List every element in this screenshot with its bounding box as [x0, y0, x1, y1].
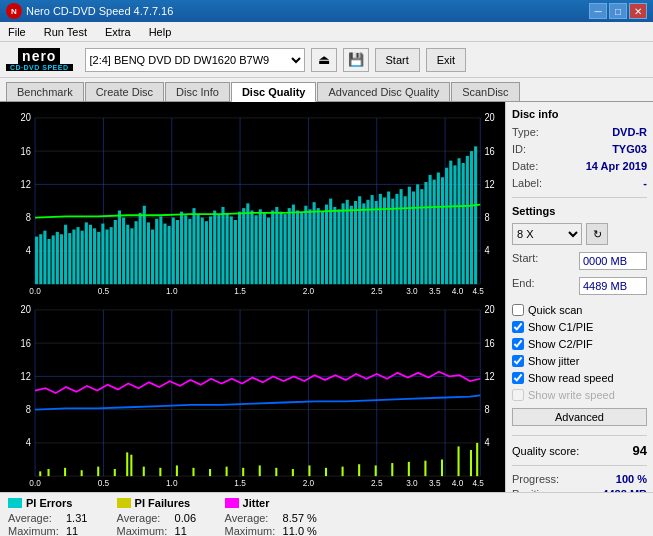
svg-rect-41 — [60, 234, 63, 284]
svg-text:8: 8 — [26, 212, 32, 224]
tab-disc-info[interactable]: Disc Info — [165, 82, 230, 101]
svg-rect-37 — [43, 231, 46, 284]
show-c2-row: Show C2/PIF — [512, 338, 647, 350]
maximize-button[interactable]: □ — [609, 3, 627, 19]
svg-rect-84 — [238, 212, 241, 284]
minimize-button[interactable]: ─ — [589, 3, 607, 19]
jitter-max-value: 11.0 % — [283, 525, 317, 536]
svg-rect-96 — [288, 208, 291, 284]
svg-rect-126 — [412, 192, 415, 285]
svg-rect-185 — [143, 467, 145, 477]
pi-failures-max-value: 11 — [175, 525, 205, 536]
menu-extra[interactable]: Extra — [101, 24, 135, 40]
svg-rect-114 — [362, 203, 365, 284]
tabs: Benchmark Create Disc Disc Info Disc Qua… — [0, 78, 653, 102]
svg-rect-75 — [201, 218, 204, 285]
svg-rect-183 — [126, 452, 128, 476]
svg-rect-108 — [337, 209, 340, 284]
svg-rect-104 — [321, 212, 324, 284]
svg-rect-130 — [429, 175, 432, 284]
id-row: ID: TYG03 — [512, 143, 647, 155]
svg-rect-131 — [433, 180, 436, 285]
speed-select[interactable]: 8 X — [512, 223, 582, 245]
tab-disc-quality[interactable]: Disc Quality — [231, 82, 317, 102]
jitter-max-label: Maximum: — [225, 525, 277, 536]
start-mb-input[interactable] — [579, 252, 647, 270]
tab-benchmark[interactable]: Benchmark — [6, 82, 84, 101]
menu-file[interactable]: File — [4, 24, 30, 40]
svg-rect-86 — [246, 203, 249, 284]
titlebar-left: N Nero CD-DVD Speed 4.7.7.16 — [6, 3, 173, 19]
svg-rect-124 — [404, 196, 407, 284]
svg-rect-73 — [192, 208, 195, 284]
svg-text:3.0: 3.0 — [406, 477, 418, 488]
svg-rect-47 — [85, 222, 88, 284]
pi-errors-avg-value: 1.31 — [66, 512, 96, 524]
svg-text:12: 12 — [21, 370, 32, 382]
svg-rect-76 — [205, 221, 208, 284]
exit-button[interactable]: Exit — [426, 48, 466, 72]
end-mb-input[interactable] — [579, 277, 647, 295]
date-row: Date: 14 Apr 2019 — [512, 160, 647, 172]
advanced-button[interactable]: Advanced — [512, 408, 647, 426]
refresh-button[interactable]: ↻ — [586, 223, 608, 245]
start-button[interactable]: Start — [375, 48, 420, 72]
svg-rect-89 — [259, 209, 262, 284]
quick-scan-checkbox[interactable] — [512, 304, 524, 316]
svg-rect-62 — [147, 222, 150, 284]
tab-create-disc[interactable]: Create Disc — [85, 82, 164, 101]
menu-help[interactable]: Help — [145, 24, 176, 40]
svg-rect-59 — [134, 221, 137, 284]
svg-rect-186 — [159, 468, 161, 476]
svg-text:16: 16 — [484, 145, 495, 157]
svg-rect-88 — [255, 215, 258, 284]
svg-rect-57 — [126, 225, 129, 284]
svg-text:0.5: 0.5 — [98, 285, 110, 296]
svg-rect-190 — [226, 467, 228, 477]
svg-rect-192 — [259, 465, 261, 476]
tab-advanced-disc-quality[interactable]: Advanced Disc Quality — [317, 82, 450, 101]
pi-errors-max-row: Maximum: 11 — [8, 525, 97, 536]
svg-rect-198 — [358, 464, 360, 476]
progress-row: Progress: 100 % — [512, 473, 647, 485]
show-read-row: Show read speed — [512, 372, 647, 384]
svg-text:8: 8 — [484, 404, 490, 416]
svg-rect-38 — [47, 239, 50, 284]
show-write-checkbox[interactable] — [512, 389, 524, 401]
show-c2-checkbox[interactable] — [512, 338, 524, 350]
svg-rect-105 — [325, 205, 328, 285]
svg-rect-97 — [292, 205, 295, 285]
svg-text:12: 12 — [484, 370, 495, 382]
jitter-avg-value: 8.57 % — [283, 512, 317, 524]
svg-rect-200 — [391, 463, 393, 476]
svg-rect-136 — [453, 165, 456, 284]
svg-rect-184 — [130, 455, 132, 476]
drive-select[interactable]: [2:4] BENQ DVD DD DW1620 B7W9 — [85, 48, 305, 72]
bottom-chart-svg: 20 16 12 8 4 20 16 12 8 4 0.0 0.5 1.0 1.… — [4, 298, 501, 488]
pi-errors-max-value: 11 — [66, 525, 96, 536]
save-icon-button[interactable]: 💾 — [343, 48, 369, 72]
svg-rect-80 — [221, 207, 224, 284]
svg-rect-121 — [391, 199, 394, 285]
svg-text:3.5: 3.5 — [429, 477, 441, 488]
svg-text:16: 16 — [21, 337, 32, 349]
show-read-checkbox[interactable] — [512, 372, 524, 384]
svg-rect-181 — [97, 467, 99, 477]
jitter-avg-label: Average: — [225, 512, 277, 524]
svg-rect-102 — [313, 202, 316, 284]
svg-rect-141 — [474, 146, 477, 284]
svg-rect-202 — [424, 461, 426, 476]
pi-failures-avg-row: Average: 0.06 — [117, 512, 205, 524]
svg-rect-182 — [114, 469, 116, 476]
close-button[interactable]: ✕ — [629, 3, 647, 19]
eject-icon-button[interactable]: ⏏ — [311, 48, 337, 72]
svg-rect-101 — [308, 209, 311, 284]
svg-rect-43 — [68, 233, 71, 284]
menu-run-test[interactable]: Run Test — [40, 24, 91, 40]
show-jitter-checkbox[interactable] — [512, 355, 524, 367]
tab-scan-disc[interactable]: ScanDisc — [451, 82, 519, 101]
svg-rect-195 — [308, 465, 310, 476]
show-c1-checkbox[interactable] — [512, 321, 524, 333]
svg-rect-138 — [462, 163, 465, 284]
start-mb-label: Start: — [512, 252, 538, 270]
